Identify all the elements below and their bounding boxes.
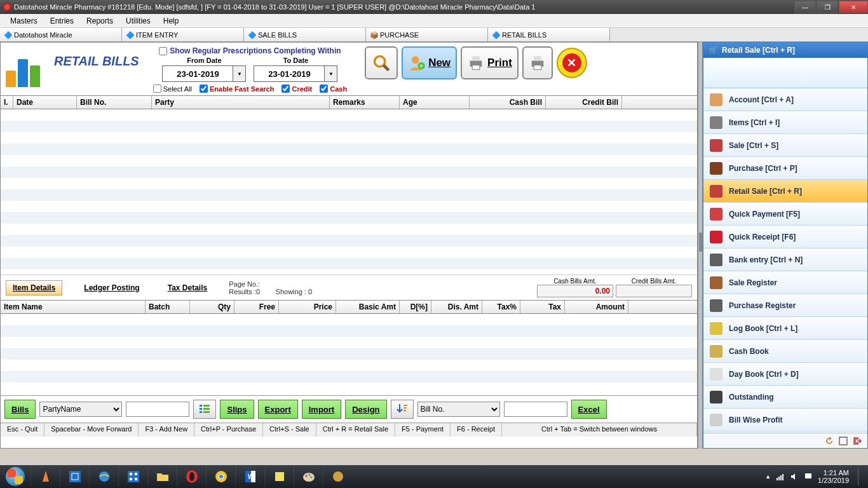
- menu-help[interactable]: Help: [157, 17, 186, 25]
- search-button[interactable]: [365, 46, 398, 79]
- export-button[interactable]: Export: [258, 400, 298, 419]
- from-date-input[interactable]: [163, 66, 233, 81]
- menu-utilities[interactable]: Utilities: [119, 17, 157, 25]
- sidebar-item-6[interactable]: Quick Receipt [F6]: [703, 226, 867, 248]
- col-disc-amt[interactable]: Dis. Amt: [431, 301, 482, 313]
- party-filter-input[interactable]: [126, 402, 189, 417]
- col-date[interactable]: Date: [13, 96, 77, 109]
- taskbar-screenshot[interactable]: [60, 466, 89, 487]
- taskbar-chrome[interactable]: [206, 466, 235, 487]
- sidebar-item-10[interactable]: Log Book [Ctrl + L]: [703, 317, 867, 340]
- menu-reports[interactable]: Reports: [80, 17, 119, 25]
- maximize-button[interactable]: ❐: [817, 1, 838, 13]
- sidebar-item-11[interactable]: Cash Book: [703, 340, 867, 363]
- taskbar-opera[interactable]: [177, 466, 206, 487]
- sidebar-item-1[interactable]: Items [Ctrl + I]: [703, 111, 867, 134]
- fast-search-checkbox[interactable]: [200, 85, 208, 93]
- col-cashbill[interactable]: Cash Bill: [470, 96, 546, 109]
- sidebar-item-9[interactable]: Purchase Register: [703, 294, 867, 317]
- cash-checkbox[interactable]: [320, 85, 328, 93]
- import-button[interactable]: Import: [302, 400, 341, 419]
- tab-tax-details[interactable]: Tax Details: [161, 281, 214, 295]
- col-qty[interactable]: Qty: [190, 301, 234, 313]
- start-button[interactable]: [0, 465, 31, 488]
- col-basic-amt[interactable]: Basic Amt: [336, 301, 400, 313]
- select-all-checkbox[interactable]: [153, 85, 161, 93]
- partyname-select[interactable]: PartyName: [39, 402, 122, 417]
- taskbar-manager[interactable]: [118, 466, 147, 487]
- sidebar-item-13[interactable]: Outstanding: [703, 386, 867, 409]
- credit-checkbox[interactable]: [281, 85, 290, 93]
- taskbar-explorer[interactable]: [147, 466, 177, 487]
- col-price[interactable]: Price: [279, 301, 336, 313]
- splitter-gap[interactable]: [698, 42, 703, 449]
- tab-item-details[interactable]: Item Details: [6, 280, 62, 295]
- to-date-dropdown-icon[interactable]: ▼: [324, 66, 337, 81]
- tab-item-entry[interactable]: 🔷ITEM ENTRY: [122, 28, 244, 41]
- tab-sale-bills[interactable]: 🔷SALE BILLS: [244, 28, 366, 41]
- col-index[interactable]: I.: [1, 96, 13, 109]
- col-creditbill[interactable]: Credit Bill: [546, 96, 622, 109]
- sidebar-item-12[interactable]: Day Book [Ctrl + D]: [703, 363, 867, 386]
- billno-filter-input[interactable]: [504, 402, 567, 417]
- bills-grid-body[interactable]: [1, 109, 697, 274]
- refresh-icon[interactable]: [824, 436, 834, 446]
- sidebar-item-4[interactable]: Retail Sale [Ctrl + R]: [703, 180, 867, 203]
- show-prescriptions-checkbox[interactable]: [159, 47, 167, 55]
- tab-purchase[interactable]: 📦PURCHASE: [366, 28, 488, 41]
- sidebar-item-14[interactable]: Bill Wise Profit: [703, 409, 867, 431]
- tab-retail-bills[interactable]: 🔷RETAIL BILLS: [488, 28, 610, 41]
- taskbar-vlc[interactable]: [31, 466, 60, 487]
- to-date-input[interactable]: [254, 66, 324, 81]
- sidebar-item-0[interactable]: Account [Ctrl + A]: [703, 88, 867, 111]
- col-disc-pct[interactable]: D[%]: [400, 301, 431, 313]
- detail-grid-body[interactable]: [1, 314, 697, 395]
- layout-button[interactable]: [193, 400, 216, 419]
- col-free[interactable]: Free: [234, 301, 279, 313]
- sidebar-item-2[interactable]: Sale [Ctrl + S]: [703, 134, 867, 157]
- bills-button[interactable]: Bills: [4, 400, 36, 419]
- tray-volume-icon[interactable]: [790, 472, 799, 481]
- taskbar-word[interactable]: W: [235, 466, 264, 487]
- col-party[interactable]: Party: [152, 96, 330, 109]
- taskbar-clock[interactable]: 1:21 AM1/23/2019: [818, 469, 853, 484]
- exit-icon[interactable]: [852, 436, 862, 446]
- excel-button[interactable]: Excel: [571, 400, 607, 419]
- slips-button[interactable]: Slips: [220, 400, 254, 419]
- print-button[interactable]: Print: [461, 46, 519, 79]
- tab-datotahost[interactable]: 🔷Datotahost Miracle: [0, 28, 122, 41]
- tray-flag-icon[interactable]: [804, 472, 813, 481]
- col-remarks[interactable]: Remarks: [330, 96, 400, 109]
- sidebar-item-3[interactable]: Purchase [Ctrl + P]: [703, 157, 867, 180]
- col-amount[interactable]: Amount: [565, 301, 628, 313]
- from-date-dropdown-icon[interactable]: ▼: [233, 66, 245, 81]
- taskbar-notes[interactable]: [264, 466, 294, 487]
- col-billno[interactable]: Bill No.: [77, 96, 152, 109]
- show-desktop-button[interactable]: [858, 468, 863, 485]
- sort-button[interactable]: [391, 400, 414, 419]
- col-tax[interactable]: Tax: [520, 301, 565, 313]
- cancel-button[interactable]: ✕: [557, 48, 587, 78]
- minimize-button[interactable]: —: [794, 1, 816, 13]
- splitter-handle-icon[interactable]: [699, 233, 703, 252]
- tray-expand-icon[interactable]: ▲: [765, 473, 771, 480]
- tool-icon[interactable]: [838, 436, 848, 446]
- tab-ledger-posting[interactable]: Ledger Posting: [78, 281, 146, 295]
- menu-masters[interactable]: Masters: [4, 17, 44, 25]
- new-button[interactable]: + New: [402, 46, 457, 79]
- col-batch[interactable]: Batch: [146, 301, 190, 313]
- tray-network-icon[interactable]: [776, 472, 785, 481]
- quick-print-button[interactable]: [522, 46, 553, 79]
- col-tax-pct[interactable]: Tax%: [482, 301, 520, 313]
- col-item-name[interactable]: Item Name: [1, 301, 146, 313]
- taskbar-paint[interactable]: [294, 466, 323, 487]
- sidebar-item-8[interactable]: Sale Register: [703, 271, 867, 294]
- billno-select[interactable]: Bill No.: [417, 402, 500, 417]
- taskbar-ie[interactable]: [89, 466, 118, 487]
- close-button[interactable]: ✕: [839, 1, 868, 13]
- design-button[interactable]: Design: [345, 400, 386, 419]
- col-age[interactable]: Age: [400, 96, 470, 109]
- sidebar-item-7[interactable]: Bank entry [Ctrl + N]: [703, 248, 867, 271]
- menu-entries[interactable]: Entries: [44, 17, 80, 25]
- sidebar-item-5[interactable]: Quick Payment [F5]: [703, 203, 867, 226]
